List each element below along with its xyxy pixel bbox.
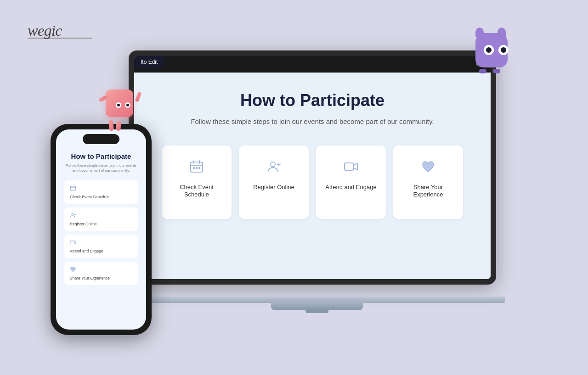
purple-foot-right	[493, 69, 500, 73]
phone-step-1: Check Event Schedule	[64, 180, 138, 204]
purple-owl-mascot	[471, 28, 512, 73]
pink-eye-left	[116, 102, 121, 108]
laptop-hinge	[305, 309, 328, 313]
phone-mockup: How to Participate Follow these simple s…	[51, 124, 152, 335]
laptop-mockup: Ito Edit How to Participate Follow these…	[129, 50, 505, 317]
purple-eye-inner-left	[486, 47, 492, 53]
pink-leg-right	[116, 121, 121, 131]
phone-notch	[83, 134, 119, 144]
laptop-main-subtitle: Follow these simple steps to join our ev…	[162, 117, 463, 127]
step-card-1: Check Event Schedule	[162, 146, 232, 219]
step-label-4: Share Your Experience	[402, 184, 454, 199]
calendar-icon	[189, 159, 204, 177]
phone-step-label-2: Register Online	[70, 222, 132, 226]
edit-pill[interactable]: Ito Edit	[134, 56, 164, 68]
phone-step-4: Share Your Experience	[64, 262, 138, 285]
svg-rect-9	[198, 167, 200, 169]
pink-mascot	[99, 80, 140, 131]
svg-rect-7	[193, 167, 195, 169]
purple-foot-left	[479, 69, 486, 73]
step-card-2: Register Online	[239, 146, 309, 219]
phone-heart-icon	[70, 266, 132, 274]
phone-screen: How to Participate Follow these simple s…	[56, 129, 146, 330]
phone-user-icon	[70, 212, 132, 220]
laptop-content: How to Participate Follow these simple s…	[134, 73, 491, 279]
phone-calendar-icon	[70, 185, 132, 193]
pink-leg-left	[108, 120, 114, 131]
phone-content: How to Participate Follow these simple s…	[56, 129, 146, 298]
phone-body: How to Participate Follow these simple s…	[51, 124, 152, 335]
purple-body	[475, 33, 508, 67]
svg-rect-21	[70, 241, 74, 244]
phone-step-3: Attend and Engage	[64, 235, 138, 258]
pink-eyes	[116, 102, 130, 108]
phone-step-label-3: Attend and Engage	[70, 249, 132, 253]
phone-step-label-4: Share Your Experience	[70, 276, 132, 280]
svg-point-18	[72, 213, 74, 215]
purple-eye-right	[498, 45, 509, 55]
purple-eye-inner-right	[501, 47, 506, 53]
svg-rect-8	[196, 167, 198, 169]
svg-rect-14	[70, 186, 75, 191]
step-label-1: Check Event Schedule	[171, 184, 222, 199]
phone-step-2: Register Online	[64, 207, 138, 231]
svg-point-10	[271, 162, 275, 167]
video-icon	[344, 159, 358, 177]
phone-subtitle: Follow these simple steps to join our ev…	[64, 163, 138, 173]
wegic-logo: wegic	[28, 22, 92, 39]
pink-body	[106, 90, 133, 117]
laptop-screen-outer: Ito Edit How to Participate Follow these…	[129, 50, 496, 285]
svg-rect-13	[345, 163, 354, 170]
step-card-3: Attend and Engage	[316, 146, 386, 219]
laptop-browser-bar: Ito Edit	[134, 56, 491, 73]
heart-icon	[421, 159, 435, 177]
purple-eyes-row	[484, 45, 509, 55]
step-label-2: Register Online	[253, 184, 294, 191]
user-plus-icon	[266, 159, 281, 177]
laptop-main-title: How to Participate	[162, 91, 463, 110]
steps-grid: Check Event Schedule Register Online	[162, 146, 463, 219]
purple-eye-left	[484, 45, 494, 55]
phone-title: How to Participate	[64, 152, 138, 160]
step-label-3: Attend and Engage	[325, 184, 376, 191]
pink-eye-right	[125, 102, 130, 108]
step-card-4: Share Your Experience	[393, 146, 463, 219]
purple-feet	[479, 69, 500, 73]
laptop-screen-inner: Ito Edit How to Participate Follow these…	[134, 56, 491, 279]
phone-step-label-1: Check Event Schedule	[70, 195, 132, 199]
phone-video-icon	[70, 239, 132, 247]
